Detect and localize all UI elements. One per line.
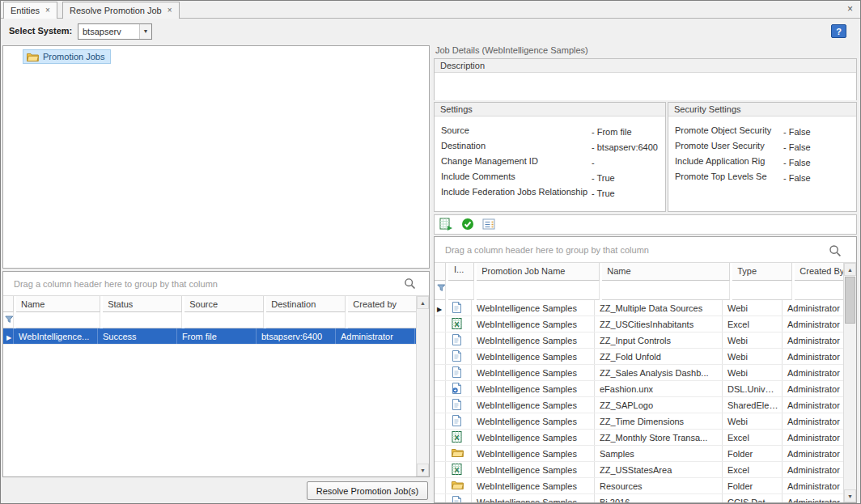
cell-type: Excel [723, 316, 783, 332]
system-select-value: btsapserv [83, 27, 121, 36]
table-row[interactable]: XWebIntelligence SamplesZZ_Monthly Store… [435, 430, 843, 446]
row-indicator [435, 413, 446, 429]
row-indicator [435, 332, 446, 348]
tree-item-promotion-jobs[interactable]: Promotion Jobs [3, 46, 429, 64]
filter-cell[interactable] [266, 312, 346, 328]
select-system-label: Select System: [9, 26, 72, 36]
cell-name: ZZ_USStatesArea [595, 462, 723, 477]
cell-type: Webi [723, 349, 783, 364]
group-by-bar[interactable]: Drag a column header here to group by th… [435, 237, 856, 263]
vertical-scrollbar[interactable]: ▲ ▼ [843, 263, 856, 502]
close-icon[interactable]: × [45, 6, 50, 15]
tab-resolve-promotion-job-label: Resolve Promotion Job [70, 6, 162, 15]
column-header-name[interactable]: Name [16, 296, 100, 312]
list-icon[interactable] [482, 218, 495, 232]
filter-icon[interactable] [3, 312, 14, 328]
filter-cell[interactable] [16, 312, 100, 328]
close-icon[interactable]: × [847, 3, 853, 15]
search-icon[interactable] [829, 244, 842, 259]
table-row[interactable]: WebIntelligence SamplesZZ_Input Controls… [435, 332, 843, 349]
system-select[interactable]: btsapserv ▼ [78, 23, 152, 40]
cell-promotion-job-name: WebIntelligence Samples [472, 381, 595, 396]
filter-cell[interactable] [448, 281, 474, 300]
setting-value: - True [592, 188, 615, 198]
column-header-status[interactable]: Status [103, 296, 182, 312]
search-icon[interactable] [404, 277, 416, 291]
tab-resolve-promotion-job[interactable]: Resolve Promotion Job × [62, 2, 180, 19]
cell-created-by: Administrator [783, 430, 843, 445]
table-row[interactable]: WebIntelligence SamplesBi 2016CCIS.DataC… [435, 494, 843, 502]
excel-document-icon: X [446, 430, 472, 445]
cell-type: Webi [723, 413, 783, 429]
webi-document-icon [446, 349, 472, 364]
cell-promotion-job-name: WebIntelligence Samples [472, 446, 595, 461]
resolve-promotion-job-button[interactable]: Resolve Promotion Job(s) [307, 481, 428, 500]
cell-name: ZZ_USCitiesInhabitants [595, 316, 723, 332]
row-indicator [435, 397, 446, 413]
table-row[interactable]: XWebIntelligence SamplesZZ_USStatesAreaE… [435, 462, 843, 478]
group-by-bar[interactable]: Drag a column header here to group by th… [3, 272, 429, 296]
table-row[interactable]: ▶WebIntelligence...SuccessFrom filebtsap… [3, 328, 416, 345]
filter-cell[interactable] [103, 312, 182, 328]
excel-document-icon: X [446, 462, 472, 477]
filter-cell[interactable] [602, 281, 730, 300]
scroll-up-icon[interactable]: ▲ [844, 263, 856, 276]
row-indicator [435, 478, 446, 493]
column-header-destination[interactable]: Destination [266, 296, 346, 312]
cell-created-by: Administrator [783, 316, 843, 332]
header-indicator-cell [435, 263, 446, 281]
close-icon[interactable]: × [168, 6, 172, 15]
column-header-source[interactable]: Source [184, 296, 264, 312]
settings-label: Settings [435, 103, 665, 116]
scroll-up-icon[interactable]: ▲ [417, 296, 429, 309]
filter-cell[interactable] [477, 281, 600, 300]
chevron-down-icon[interactable]: ▼ [139, 24, 151, 39]
column-header-row: Name Status Source Destination Created b… [3, 296, 416, 312]
setting-value: - True [592, 173, 615, 183]
column-header-promotion-job-name[interactable]: Promotion Job Name [477, 263, 600, 281]
setting-item: Include Federation Jobs Relationship- Tr… [441, 187, 660, 202]
check-icon[interactable] [461, 218, 474, 232]
security-settings-list: Promote Object Security- FalsePromote Us… [668, 116, 856, 187]
table-row[interactable]: WebIntelligence SamplesZZ_Sales Analysis… [435, 365, 843, 381]
cell-type: Webi [723, 332, 783, 348]
setting-value: - False [783, 173, 811, 183]
table-row[interactable]: WebIntelligence SamplesZZ_SAPLogoSharedE… [435, 397, 843, 413]
table-row[interactable]: WebIntelligence SamplesZZ_Time Dimension… [435, 413, 843, 430]
filter-cell[interactable] [732, 281, 792, 300]
scrollbar-thumb[interactable] [845, 277, 855, 324]
help-button[interactable]: ? [831, 24, 846, 38]
cell-created-by: Administrator [783, 494, 843, 502]
column-header-icon[interactable]: I... [448, 263, 474, 281]
webi-document-icon [446, 365, 472, 380]
grid-cell: From file [177, 328, 257, 344]
filter-cell[interactable] [184, 312, 264, 328]
cell-promotion-job-name: WebIntelligence Samples [472, 332, 595, 348]
table-row[interactable]: WebIntelligence SamplesResourcesFolderAd… [435, 478, 843, 494]
table-row[interactable]: XWebIntelligence SamplesZZ_USCitiesInhab… [435, 316, 843, 332]
folder-icon [446, 478, 472, 493]
column-header-name[interactable]: Name [602, 263, 730, 281]
scroll-down-icon[interactable]: ▼ [417, 464, 429, 476]
group-by-hint: Drag a column header here to group by th… [14, 279, 218, 289]
tab-entities[interactable]: Entities × [3, 2, 57, 19]
table-row[interactable]: ▶WebIntelligence SamplesZZ_Multiple Data… [435, 300, 843, 316]
cell-name: ZZ_Sales Analysis Dashb... [595, 365, 723, 380]
setting-value: - From file [592, 127, 632, 137]
cell-promotion-job-name: WebIntelligence Samples [472, 494, 595, 502]
cell-type: SharedElem... [723, 397, 783, 413]
table-row[interactable]: WebIntelligence SampleseFashion.unxDSL.U… [435, 381, 843, 397]
cell-promotion-job-name: WebIntelligence Samples [472, 349, 595, 364]
scroll-down-icon[interactable]: ▼ [844, 489, 856, 502]
folder-icon [27, 51, 39, 61]
table-row[interactable]: WebIntelligence SamplesZZ_Fold UnfoldWeb… [435, 349, 843, 365]
column-header-type[interactable]: Type [732, 263, 792, 281]
webi-document-icon [446, 413, 472, 429]
filter-icon[interactable] [435, 281, 446, 300]
setting-item: Destination- btsapserv:6400 [441, 141, 660, 156]
cell-type: Folder [723, 478, 783, 493]
table-row[interactable]: WebIntelligence SamplesSamplesFolderAdmi… [435, 446, 843, 462]
export-icon[interactable] [439, 218, 453, 232]
svg-text:X: X [454, 434, 459, 442]
vertical-scrollbar[interactable]: ▲ ▼ [416, 296, 429, 476]
